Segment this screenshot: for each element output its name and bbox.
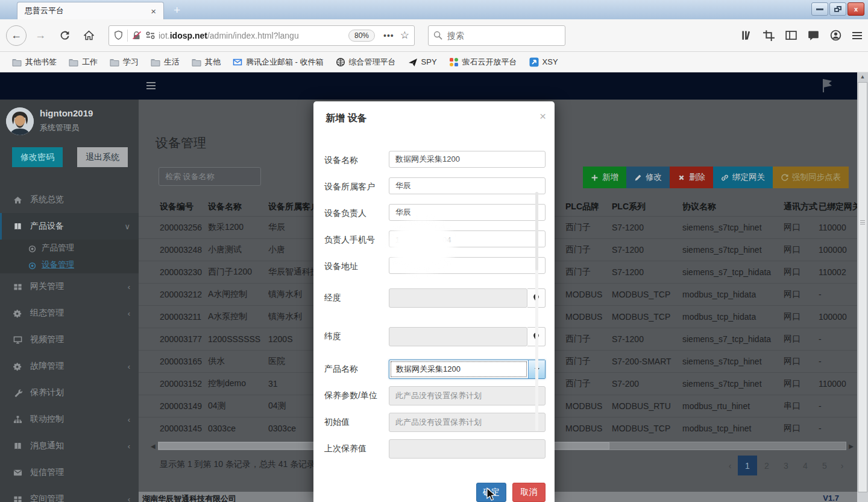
search-icon bbox=[433, 31, 442, 40]
logout-button[interactable]: 退出系统 bbox=[77, 147, 128, 167]
page-button[interactable]: 5 bbox=[815, 456, 834, 475]
sidebar-item[interactable]: 联动控制 ‹ bbox=[0, 406, 139, 433]
browser-tab[interactable]: 思普云平台 × bbox=[17, 2, 164, 19]
menu-icon[interactable] bbox=[852, 32, 862, 39]
sidebar-item[interactable]: 消息通知 ‹ bbox=[0, 433, 139, 459]
page-button[interactable]: 4 bbox=[796, 456, 815, 475]
browser-search[interactable] bbox=[428, 25, 565, 46]
owner-input[interactable] bbox=[389, 204, 546, 221]
sidebar-item[interactable]: 故障管理 ‹ bbox=[0, 353, 139, 380]
toolbar-button[interactable]: 新增 bbox=[583, 167, 626, 188]
close-button[interactable]: x bbox=[848, 2, 864, 16]
page-actions-icon[interactable]: ••• bbox=[383, 31, 394, 40]
sidebar-toggle-icon[interactable] bbox=[785, 30, 797, 41]
sidebar-item[interactable]: 产品设备 ∨ bbox=[0, 213, 139, 240]
avatar[interactable] bbox=[6, 107, 34, 135]
permissions-icon[interactable] bbox=[146, 31, 155, 39]
modal-close-icon[interactable]: × bbox=[539, 110, 546, 123]
search-input[interactable] bbox=[447, 31, 544, 40]
bookmark-item[interactable]: XSY bbox=[524, 56, 563, 69]
account-icon[interactable] bbox=[830, 30, 841, 41]
sidebar-item[interactable]: 产品管理 bbox=[0, 240, 139, 256]
sidebar-item[interactable]: 保养计划 bbox=[0, 380, 139, 406]
col-plc-series[interactable]: PLC系列 bbox=[612, 198, 681, 216]
tab-close-icon[interactable]: × bbox=[148, 6, 159, 16]
device-name-input[interactable] bbox=[389, 151, 546, 168]
app-topbar bbox=[0, 72, 868, 100]
bookmark-item[interactable]: 生活 bbox=[146, 55, 184, 69]
sidebar-item[interactable]: 空间管理 ‹ bbox=[0, 486, 139, 502]
forward-button[interactable]: → bbox=[30, 25, 51, 46]
bookmark-item[interactable]: 学习 bbox=[105, 55, 143, 69]
col-device-name[interactable]: 设备名称 bbox=[208, 198, 267, 216]
cancel-button[interactable]: 取消 bbox=[512, 483, 546, 502]
phone-input[interactable]: 1 04 bbox=[389, 230, 546, 247]
bookmark-item[interactable]: SPY bbox=[403, 56, 442, 69]
screenshot-icon[interactable] bbox=[763, 30, 775, 41]
sidebar-item[interactable]: 网关管理 ‹ bbox=[0, 273, 139, 300]
vertical-scrollbar[interactable]: ▲ bbox=[857, 72, 868, 502]
col-plc-brand[interactable]: PLC品牌 bbox=[565, 198, 610, 216]
tracking-shield-icon[interactable] bbox=[114, 30, 123, 40]
modal-scrollbar[interactable] bbox=[535, 192, 538, 431]
next-page-icon[interactable]: › bbox=[834, 461, 850, 471]
reload-icon bbox=[60, 31, 69, 40]
page-button[interactable]: 3 bbox=[776, 456, 796, 475]
address-input[interactable] bbox=[389, 257, 546, 274]
bookmark-item[interactable]: 萤石云开放平台 bbox=[444, 55, 522, 69]
page-button[interactable]: 2 bbox=[757, 456, 776, 475]
zoom-level-badge[interactable]: 80% bbox=[348, 30, 375, 42]
scroll-up-icon[interactable]: ▲ bbox=[857, 74, 868, 80]
col-gateway[interactable]: 已绑定网关 bbox=[819, 198, 857, 216]
screen: 思普云平台 × + x ← → bbox=[0, 0, 868, 502]
new-tab-button[interactable]: + bbox=[174, 4, 180, 17]
language-flag-icon[interactable] bbox=[821, 77, 834, 93]
prev-page-icon[interactable]: ‹ bbox=[722, 461, 738, 471]
bookmark-item[interactable]: 其他书签 bbox=[7, 55, 61, 69]
toolbar-button[interactable]: 修改 bbox=[626, 167, 670, 188]
username: hignton2019 bbox=[40, 108, 93, 118]
scroll-left-icon[interactable]: ◀ bbox=[151, 443, 158, 450]
device-search-input[interactable] bbox=[159, 167, 261, 186]
gears-icon bbox=[13, 309, 22, 318]
sidebar-item[interactable]: 系统总览 bbox=[0, 186, 139, 213]
reload-button[interactable] bbox=[54, 25, 75, 46]
bookmark-star-icon[interactable]: ☆ bbox=[400, 29, 409, 42]
insecure-lock-icon[interactable] bbox=[132, 31, 142, 40]
sidebar-item[interactable]: 视频管理 bbox=[0, 326, 139, 353]
home-button[interactable] bbox=[78, 25, 99, 46]
bookmark-item[interactable]: 工作 bbox=[64, 55, 102, 69]
chat-bubble-icon[interactable] bbox=[808, 30, 819, 41]
initial-value-input bbox=[389, 413, 546, 432]
scroll-right-icon[interactable]: ▶ bbox=[846, 443, 854, 450]
col-device-id[interactable]: 设备编号 bbox=[160, 198, 208, 216]
library-icon[interactable] bbox=[741, 30, 752, 41]
change-password-button[interactable]: 修改密码 bbox=[12, 147, 63, 167]
customer-input[interactable] bbox=[389, 177, 546, 194]
sidebar-item[interactable]: 短信管理 bbox=[0, 459, 139, 486]
field-address: 设备地址 bbox=[313, 257, 555, 276]
page-button[interactable]: 1 bbox=[738, 456, 757, 475]
scrollbar-thumb[interactable] bbox=[858, 82, 867, 492]
url-bar[interactable]: iot.idosp.net/admin/index.html?langu 80%… bbox=[108, 25, 415, 46]
toolbar-button[interactable]: 绑定网关 bbox=[713, 167, 773, 188]
toolbar-button[interactable]: 强制同步点表 bbox=[773, 167, 849, 188]
plus-icon bbox=[591, 174, 599, 182]
bookmark-item[interactable]: 综合管理平台 bbox=[331, 55, 401, 69]
bookmark-item[interactable]: 腾讯企业邮箱 - 收件箱 bbox=[228, 55, 329, 69]
product-select[interactable]: 数据网关采集1200 bbox=[389, 360, 546, 379]
toolbar-button[interactable]: 删除 bbox=[670, 167, 713, 188]
field-owner: 设备负责人 bbox=[313, 204, 555, 223]
minimize-button[interactable] bbox=[811, 2, 828, 16]
url-text[interactable]: iot.idosp.net/admin/index.html?langu bbox=[159, 31, 348, 40]
back-button[interactable]: ← bbox=[6, 25, 27, 46]
sidebar-item[interactable]: 设备管理 bbox=[0, 256, 139, 273]
col-comm[interactable]: 通讯方式 bbox=[784, 198, 817, 216]
field-initial-value: 初始值 bbox=[313, 413, 555, 432]
sidebar-collapse-icon[interactable] bbox=[146, 82, 156, 89]
col-protocol[interactable]: 协议名称 bbox=[682, 198, 780, 216]
bookmark-item[interactable]: 其他 bbox=[187, 55, 225, 69]
restore-button[interactable] bbox=[829, 2, 846, 16]
sidebar-item[interactable]: 组态管理 ‹ bbox=[0, 300, 139, 326]
sidebar: hignton2019 系统管理员 修改密码 退出系统 系统总览 产品设备 ∨ bbox=[0, 100, 139, 502]
